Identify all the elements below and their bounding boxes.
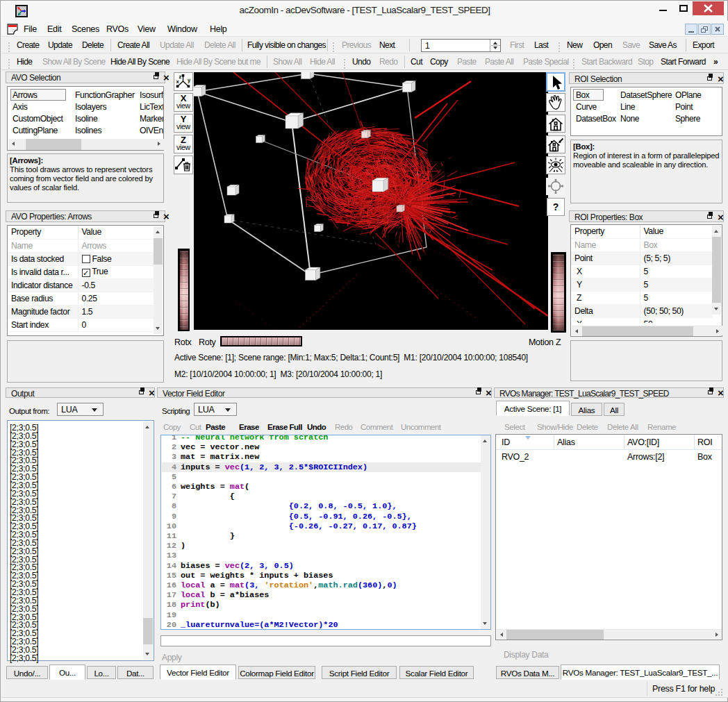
svg-text:z: z	[179, 74, 182, 80]
svg-text:y: y	[188, 77, 191, 83]
